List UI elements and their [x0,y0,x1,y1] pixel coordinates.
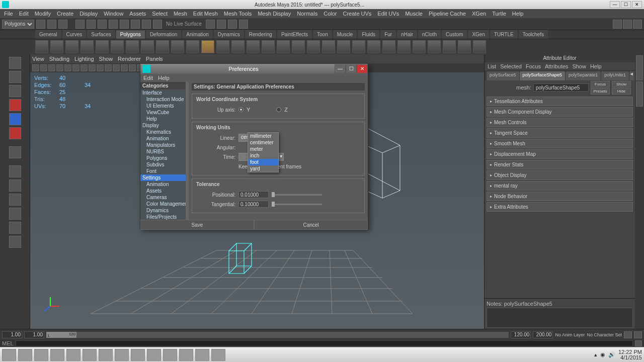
select-tool-icon[interactable] [9,57,21,69]
node-tab-polysurfaceshape5[interactable]: polySurfaceShape5 [520,71,566,80]
vp-menu-show[interactable]: Show [99,56,113,62]
cmd-lang-label[interactable]: MEL [2,340,14,346]
ae-menu-focus[interactable]: Focus [526,63,541,69]
autokey-toggle-icon[interactable] [624,331,632,338]
unit-option[interactable]: millimeter [248,133,278,139]
category-item[interactable]: Manipulators [140,142,186,148]
render-settings-icon[interactable] [239,20,248,29]
snap-plane-icon[interactable] [131,20,140,29]
shelf-quadrangulate-icon[interactable] [337,40,350,53]
shelf-collapse-icon[interactable] [458,40,471,53]
menu-createuvs[interactable]: Create UVs [340,10,374,18]
upaxis-y-radio[interactable] [238,107,244,112]
prefs-minimize-button[interactable]: — [335,64,346,73]
focus-button[interactable]: Focus [591,81,610,87]
shelf-mirror-icon[interactable] [352,40,365,53]
vp-menu-lighting[interactable]: Lighting [74,56,94,62]
hide-button[interactable]: Hide [612,88,631,95]
menu-turtle[interactable]: Turtle [489,10,509,18]
cmd-input[interactable] [16,340,633,346]
maximize-button[interactable]: ☐ [621,1,631,8]
category-item[interactable]: NURBS [140,148,186,155]
range-track[interactable]: 1 120 [46,332,509,338]
tab-xgen[interactable]: XGen [468,30,489,39]
shelf-boolean-icon[interactable] [277,40,290,53]
vp-image-plane-icon[interactable] [48,64,55,71]
menu-create[interactable]: Create [54,10,76,18]
range-thumb[interactable]: 1 120 [46,332,76,338]
shelf-average-icon[interactable] [367,40,380,53]
unit-option[interactable]: yard [248,165,278,172]
tab-painteffects[interactable]: PaintEffects [277,30,312,39]
menu-edit[interactable]: Edit [16,10,32,18]
prefs-icon[interactable] [634,331,642,338]
outliner-persp-icon[interactable] [9,236,21,248]
menu-modify[interactable]: Modify [32,10,54,18]
range-start-inner[interactable] [24,331,44,338]
category-item[interactable]: UI Elements [140,103,186,109]
menu-muscle[interactable]: Muscle [402,10,426,18]
shelf-smooth-icon[interactable] [262,40,275,53]
three-pane-icon[interactable] [9,222,21,234]
taskbar-chrome-icon[interactable] [66,349,80,361]
category-item[interactable]: Interface [140,89,186,96]
undo-icon[interactable] [75,20,85,29]
cancel-button[interactable]: Cancel [254,220,368,230]
tab-toon[interactable]: Toon [313,30,332,39]
minimize-button[interactable]: — [610,1,620,8]
shelf-bridge-icon[interactable] [382,40,395,53]
tab-custom[interactable]: Custom [442,30,467,39]
taskbar-app2-icon[interactable] [50,349,64,361]
taskbar-photoshop2-icon[interactable] [179,349,193,361]
vp-safe-action-icon[interactable] [113,64,120,71]
tab-turtle[interactable]: TURTLE [490,30,518,39]
no-charset-label[interactable]: No Character Set [587,332,622,337]
upaxis-z-radio[interactable] [276,107,281,112]
shelf-fill-icon[interactable] [428,40,441,53]
menu-assets[interactable]: Assets [126,10,149,18]
tray-volume-icon[interactable]: 🔊 [608,351,615,358]
menu-meshdisplay[interactable]: Mesh Display [255,10,294,18]
menu-edituvs[interactable]: Edit UVs [374,10,402,18]
node-tab-polyseparate1[interactable]: polySeparate1 [566,71,601,80]
vp-field-chart-icon[interactable] [105,64,112,71]
taskbar-app4-icon[interactable] [211,349,225,361]
prefs-menu-help[interactable]: Help [158,75,170,81]
category-item[interactable]: Kinematics [140,129,186,135]
shelf-bevel-icon[interactable] [413,40,426,53]
prefs-close-button[interactable]: ✕ [357,64,368,73]
shelf-soccer-icon[interactable] [186,40,199,53]
shelf-torus-icon[interactable] [111,40,124,53]
redo-icon[interactable] [87,20,96,29]
range-end-inner[interactable] [511,331,531,338]
presets-button[interactable]: Presets [591,88,610,95]
range-start-outer[interactable] [2,331,22,338]
shelf-cube-icon[interactable] [50,40,63,53]
category-item[interactable]: Dynamics [140,207,186,214]
taskbar-app3-icon[interactable] [131,349,145,361]
lasso-tool-icon[interactable] [9,71,21,83]
shelf-prism-icon[interactable] [126,40,139,53]
channelbox-toggle-icon[interactable] [613,20,622,29]
vp-gate-mask-icon[interactable] [97,64,104,71]
scale-tool-icon[interactable] [9,127,21,139]
category-item[interactable]: Cameras [140,194,186,201]
section-displacement[interactable]: Displacement Map [487,149,633,159]
category-item[interactable]: Subdivs [140,161,186,168]
menu-editmesh[interactable]: Edit Mesh [190,10,221,18]
unit-option[interactable]: meter [248,146,278,152]
category-item[interactable]: Animation [140,135,186,142]
tab-animation[interactable]: Animation [182,30,212,39]
tab-fluids[interactable]: Fluids [358,30,379,39]
category-item[interactable]: Font [140,168,186,174]
section-meshcontrols[interactable]: Mesh Controls [487,118,633,127]
shelf-separate-icon[interactable] [231,40,245,53]
shelf-pipe-icon[interactable] [156,40,169,53]
category-item[interactable]: Animation [140,181,186,188]
notes-textarea[interactable] [487,308,633,328]
single-pane-icon[interactable] [9,165,21,177]
script-editor-icon[interactable] [635,340,642,346]
unit-option[interactable]: foot [248,159,278,165]
tab-ncloth[interactable]: nCloth [418,30,441,39]
shelf-pyramid-icon[interactable] [141,40,154,53]
